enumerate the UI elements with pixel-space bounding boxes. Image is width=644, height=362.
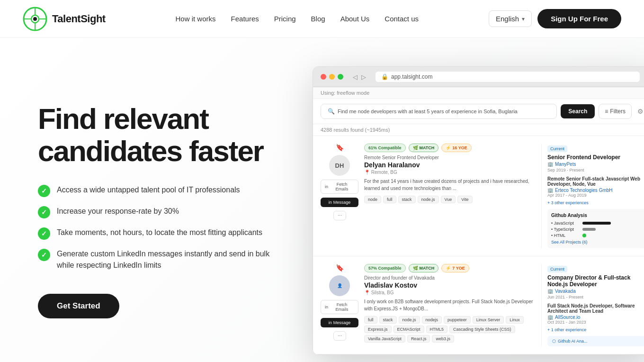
prev-date-1: Apr 2017 - Aug 2019	[547, 193, 644, 198]
more-experience-1[interactable]: + 3 other experiences	[547, 200, 644, 205]
prev-company-2: 🏢 AllSource.io	[547, 315, 644, 320]
hero-features-list: Access a wide untapped talent pool of IT…	[38, 184, 284, 271]
window-nav-icons: ◁ ▷	[353, 73, 366, 81]
check-icon-1	[38, 185, 50, 197]
candidate-name-2: Vladislav Kostov	[364, 281, 536, 289]
card-right-2: Current Company Director & Full-stack No…	[541, 264, 644, 346]
card-center-1: 61% Compatible 🌿 MATCH ⚡ 16 YOE Rem	[358, 144, 541, 248]
app-search-button[interactable]: Search	[561, 104, 595, 118]
feature-text-4: Generate custom LinkedIn messages instan…	[57, 248, 284, 271]
address-text: app.talsight.com	[391, 73, 432, 80]
feature-text-1: Access a wide untapped talent pool of IT…	[57, 184, 240, 196]
tag: full	[364, 316, 377, 324]
search-query-text: Find me node developers with at least 5 …	[338, 109, 518, 114]
lightning-icon-2: ⚡	[446, 266, 451, 271]
current-date-2: Jun 2021 - Present	[547, 295, 644, 299]
nav-how-it-works[interactable]: How it works	[176, 15, 216, 23]
prev-role-2: Full Stack Node.js Developer, Software A…	[547, 303, 644, 314]
tag: stack	[398, 196, 416, 203]
signup-button[interactable]: Sign Up For Free	[537, 9, 621, 28]
tag: Linux	[506, 316, 524, 324]
tag: puppeteer	[444, 316, 471, 324]
linkedin-icon-msg-2: in	[329, 320, 332, 325]
logo-icon	[23, 7, 47, 31]
github-bar-js	[582, 222, 611, 225]
candidate-desc-2: I only work on B2B software development …	[364, 298, 536, 312]
tag: nodejs	[422, 316, 442, 324]
github-ts: • TypeScript	[551, 227, 642, 232]
tag: HTML5	[426, 326, 448, 333]
location-icon-1: 📍	[364, 170, 370, 175]
tag: web3.js	[432, 335, 454, 343]
tag: ECMAScript	[394, 326, 424, 333]
candidate-card-2: 🔖 👤 in Fetch Emails in Message ⋯	[313, 256, 644, 354]
tag: Linux Server	[473, 316, 504, 324]
logo-link[interactable]: TalentSight	[23, 7, 106, 31]
app-settings-button[interactable]: ⚙	[635, 106, 644, 117]
current-role-2: Company Director & Full-stack Node.js De…	[547, 274, 644, 288]
card-left-1: 🔖 DH in Fetch Emails in Message ⋯	[321, 144, 358, 248]
nav-about-us[interactable]: About Us	[340, 15, 370, 23]
feature-item: Generate custom LinkedIn messages instan…	[38, 248, 284, 271]
bookmark-icon-1: 🔖	[336, 144, 344, 151]
window-minimize-dot	[329, 74, 335, 80]
hero-title: Find relevant candidates faster	[38, 103, 284, 167]
language-selector[interactable]: English ▾	[489, 10, 532, 27]
card-extra-button-1[interactable]: ⋯	[333, 211, 346, 220]
card-badges-1: 61% Compatible 🌿 MATCH ⚡ 16 YOE	[364, 144, 536, 152]
candidate-location-2: 📍 Silstra, BG	[364, 290, 536, 295]
bookmark-icon-2: 🔖	[336, 264, 344, 272]
filter-icon: ≡	[605, 108, 608, 115]
feature-text-2: Increase your response-rate by 30%	[57, 206, 179, 217]
fetch-emails-button-2[interactable]: in Fetch Emails	[321, 300, 358, 314]
get-started-button[interactable]: Get Started	[38, 294, 119, 318]
candidate-card-1: 🔖 DH in Fetch Emails in Message ⋯	[313, 136, 644, 256]
nav-blog[interactable]: Blog	[311, 15, 325, 23]
nav-pricing[interactable]: Pricing	[274, 15, 296, 23]
card-left-2: 🔖 👤 in Fetch Emails in Message ⋯	[321, 264, 358, 346]
current-badge-1: Current	[547, 145, 567, 152]
language-label: English	[496, 15, 519, 23]
hero-section: Find relevant candidates faster Access a…	[0, 38, 644, 362]
feature-item: Take moments, not hours, to locate the m…	[38, 227, 284, 240]
yoe-badge-2: ⚡ 7 YOE	[441, 264, 469, 272]
lightning-icon-1: ⚡	[446, 145, 451, 150]
match-icon-2: 🌿	[413, 266, 418, 271]
candidate-tags-2: full stack node.js nodejs puppeteer Linu…	[364, 316, 536, 343]
tag: node.js	[418, 196, 439, 203]
tag: Vanilla JavaScript	[364, 335, 405, 343]
nav-features[interactable]: Features	[231, 15, 259, 23]
more-experience-2[interactable]: + 1 other experience	[547, 327, 644, 332]
github-title-1: Github Analysis	[551, 213, 642, 218]
svg-point-6	[33, 17, 37, 21]
hero-app-preview: ◁ ▷ 🔒 app.talsight.com Using: freeflow m…	[313, 66, 644, 355]
github-analysis-1: Github Analysis • JavaScript • TypeScrip…	[547, 209, 644, 248]
nav-links: How it works Features Pricing Blog About…	[176, 15, 419, 23]
current-company-1: 🏢 ManyPets	[547, 162, 644, 167]
github-ai-analysis-2: ⬡ Github AI Ana...	[547, 336, 644, 346]
compat-badge-2: 57% Compatible	[364, 264, 406, 272]
window-maximize-dot	[338, 74, 343, 80]
nav-contact-us[interactable]: Contact us	[385, 15, 419, 23]
card-center-2: 57% Compatible 🌿 MATCH ⚡ 7 YOE Dire	[358, 264, 541, 346]
candidate-location-1: 📍 Remote, BG	[364, 170, 536, 175]
yoe-badge-1: ⚡ 16 YOE	[441, 144, 471, 152]
app-filters-button[interactable]: ≡ Filters	[599, 104, 632, 119]
message-button-1[interactable]: in Message	[321, 198, 358, 207]
candidate-tags-1: node full stack node.js Vue Vite	[364, 196, 536, 203]
github-icon-2: ⬡	[552, 339, 556, 344]
app-window: ◁ ▷ 🔒 app.talsight.com Using: freeflow m…	[313, 66, 644, 355]
card-extra-button-2[interactable]: ⋯	[333, 331, 346, 341]
github-see-all-1[interactable]: See All Projects (6)	[551, 240, 642, 244]
tag: Vue	[441, 196, 456, 203]
compat-badge-1: 61% Compatible	[364, 144, 406, 152]
tag: React.js	[407, 335, 430, 343]
window-body: Using: freeflow mode 🔍 Find me node deve…	[313, 87, 644, 354]
current-company-2: 🏢 Vavakada	[547, 289, 644, 294]
fetch-emails-button-1[interactable]: in Fetch Emails	[321, 180, 358, 194]
message-button-2[interactable]: in Message	[321, 318, 358, 327]
check-icon-4	[38, 249, 50, 261]
address-bar: 🔒 app.talsight.com	[376, 72, 640, 82]
nav-right: English ▾ Sign Up For Free	[489, 9, 621, 28]
window-titlebar: ◁ ▷ 🔒 app.talsight.com	[313, 67, 644, 87]
